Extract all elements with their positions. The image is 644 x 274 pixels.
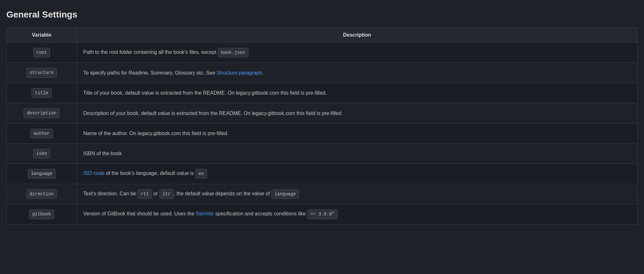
description-text: Path to the root folder containing all t…: [83, 49, 218, 55]
page-title: General Settings: [6, 10, 638, 20]
description-text: Title of your book, default value is ext…: [83, 90, 327, 96]
variable-badge: author: [30, 129, 53, 138]
inline-code: rtl: [137, 189, 152, 199]
description-text: specification and accepts conditions lik…: [214, 211, 307, 216]
variable-cell: gitbook: [7, 204, 77, 224]
variable-cell: title: [7, 83, 77, 103]
description-cell: Version of GitBook that should be used. …: [77, 204, 638, 224]
variable-badge: isbn: [33, 149, 50, 158]
table-row: structureTo specify paths for Readme, Su…: [7, 63, 638, 83]
table-row: authorName of the author. On legacy.gitb…: [7, 123, 638, 143]
settings-table: Variable Description rootPath to the roo…: [6, 27, 638, 225]
variable-cell: description: [7, 103, 77, 123]
variable-badge: language: [28, 169, 55, 178]
description-link[interactable]: Structure paragraph: [217, 70, 262, 76]
description-text: Description of your book, default value …: [83, 111, 343, 116]
table-row: isbnISBN of the book: [7, 143, 638, 163]
description-link[interactable]: ISO code: [83, 170, 105, 176]
inline-code: language: [271, 189, 299, 199]
inline-code: book.json: [218, 48, 248, 57]
variable-cell: direction: [7, 184, 77, 204]
description-text: Text's direction. Can be: [83, 191, 137, 196]
variable-cell: structure: [7, 63, 77, 83]
variable-badge: title: [32, 88, 51, 98]
description-link[interactable]: SemVer: [196, 211, 214, 216]
description-cell: Text's direction. Can be rtl or ltr, the…: [77, 184, 638, 204]
table-row: gitbookVersion of GitBook that should be…: [7, 204, 638, 224]
variable-badge: direction: [26, 189, 57, 199]
description-cell: Path to the root folder containing all t…: [77, 43, 638, 63]
inline-code: >= 3.0.0": [307, 209, 338, 219]
description-text: ISBN of the book: [83, 151, 122, 156]
description-cell: Title of your book, default value is ext…: [77, 83, 638, 103]
description-cell: ISBN of the book: [77, 143, 638, 163]
column-header-variable: Variable: [7, 28, 77, 43]
description-text: .: [262, 70, 263, 76]
table-row: titleTitle of your book, default value i…: [7, 83, 638, 103]
variable-badge: root: [33, 48, 50, 57]
table-header-row: Variable Description: [7, 28, 638, 43]
variable-cell: author: [7, 123, 77, 143]
inline-code: ltr: [159, 189, 174, 199]
column-header-description: Description: [77, 28, 638, 43]
description-cell: To specify paths for Readme, Summary, Gl…: [77, 63, 638, 83]
description-cell: ISO code of the book's language, default…: [77, 164, 638, 184]
inline-code: en: [195, 169, 207, 178]
variable-cell: isbn: [7, 143, 77, 163]
variable-cell: root: [7, 43, 77, 63]
table-row: descriptionDescription of your book, def…: [7, 103, 638, 123]
table-row: rootPath to the root folder containing a…: [7, 43, 638, 63]
variable-cell: language: [7, 164, 77, 184]
variable-badge: gitbook: [29, 209, 54, 219]
table-row: directionText's direction. Can be rtl or…: [7, 184, 638, 204]
description-text: of the book's language, default value is: [105, 170, 195, 176]
description-cell: Description of your book, default value …: [77, 103, 638, 123]
table-row: languageISO code of the book's language,…: [7, 164, 638, 184]
description-cell: Name of the author. On legacy.gitbook.co…: [77, 123, 638, 143]
description-text: To specify paths for Readme, Summary, Gl…: [83, 70, 217, 76]
description-text: , the default value depends on the value…: [174, 191, 271, 196]
variable-badge: structure: [26, 68, 57, 77]
variable-badge: description: [24, 108, 59, 118]
description-text: or: [152, 191, 159, 196]
description-text: Version of GitBook that should be used. …: [83, 211, 196, 216]
description-text: Name of the author. On legacy.gitbook.co…: [83, 131, 229, 136]
